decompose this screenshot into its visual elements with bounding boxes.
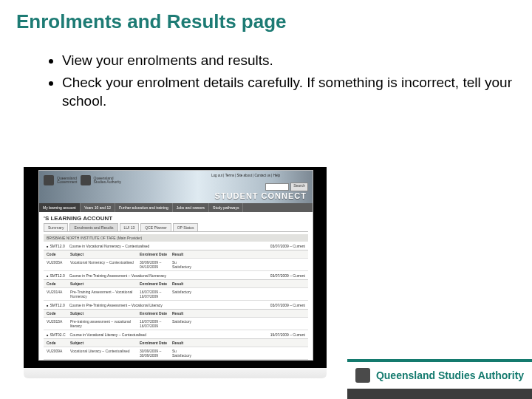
table-row: VU2005AVocational Numeracy – Contextuali… bbox=[44, 259, 308, 271]
bullet-item: View your enrolments and results. bbox=[62, 51, 532, 70]
footer-crest-icon bbox=[355, 368, 370, 383]
course-title: Course in Vocational Numeracy – Contextu… bbox=[69, 244, 150, 248]
table-cell: VU2015A bbox=[47, 319, 67, 328]
table-header-row: CodeSubjectEnrolment DateResult bbox=[44, 250, 308, 259]
search-input[interactable] bbox=[265, 183, 289, 191]
table-cell: Vocational Numeracy – Contextualised bbox=[70, 260, 137, 269]
primary-nav: My learning account Years 10 and 12 Furt… bbox=[39, 203, 313, 212]
course-dates: 03/07/2009 – Current bbox=[270, 273, 305, 278]
tab-lui[interactable]: LUI 13 bbox=[120, 223, 140, 231]
table-cell: 30/09/2009 – 04/10/2009 bbox=[140, 260, 169, 269]
table-cell: VU2014A bbox=[47, 290, 67, 299]
tab-summary[interactable]: Summary bbox=[44, 223, 68, 231]
nav-item-jobs[interactable]: Jobs and careers bbox=[173, 203, 209, 212]
table-header-cell: Subject bbox=[70, 311, 137, 316]
table-cell: Su Satisfactory bbox=[172, 260, 194, 269]
nav-item-further-ed[interactable]: Further education and training bbox=[115, 203, 173, 212]
page-title: 'S LEARNING ACCOUNT bbox=[39, 212, 313, 223]
table-row: VU2014APre-Training Assessment – Vocatio… bbox=[44, 288, 308, 301]
table-header-cell: Subject bbox=[70, 282, 137, 286]
course-row: SMT02.CCourse in Vocational Literacy – C… bbox=[44, 332, 308, 338]
enrolments-table: CodeSubjectEnrolment DateResultVU2015APr… bbox=[44, 309, 308, 330]
course-row: SMT12.0Course in Pre-Training Assessment… bbox=[44, 273, 308, 279]
course-title: Course in Pre-Training Assessment – Voca… bbox=[69, 273, 166, 278]
table-header-cell: Result bbox=[172, 341, 194, 345]
tab-enrolments-results[interactable]: Enrolments and Results bbox=[69, 223, 117, 231]
table-row: VU2015APre-training assessment – vocatio… bbox=[44, 318, 308, 330]
table-header-cell: Result bbox=[172, 252, 194, 256]
course-row: SMT12.0Course in Pre-Training Assessment… bbox=[44, 302, 308, 308]
course-dates: 03/07/2009 – Current bbox=[270, 244, 305, 248]
course-dates: 19/07/2009 – Current bbox=[270, 332, 305, 337]
sub-tabs: Summary Enrolments and Results LUI 13 QC… bbox=[44, 223, 308, 232]
header-top-links[interactable]: Log out | Terms | Site about | Contact u… bbox=[211, 174, 280, 177]
bullet-item: Check your enrolment details carefully. … bbox=[62, 73, 532, 111]
table-header-row: CodeSubjectEnrolment DateResult bbox=[44, 339, 308, 347]
crest-icon bbox=[44, 175, 54, 185]
embedded-screenshot: Queensland Government Queensland Studies… bbox=[38, 170, 313, 361]
provider-bar: BRISBANE NORTH INSTITUTE OF TAFE (Main P… bbox=[44, 234, 308, 242]
table-cell: Satisfactory bbox=[172, 319, 194, 328]
table-cell: Pre-Training Assessment – Vocational Num… bbox=[70, 290, 137, 299]
table-cell: Su Satisfactory bbox=[172, 349, 194, 358]
slide-title: Enrolments and Results page bbox=[0, 0, 532, 33]
footer-dark-bar bbox=[347, 389, 532, 399]
bullet-list: View your enrolments and results. Check … bbox=[33, 51, 532, 111]
table-row: VU2009AVocational Literacy – Contextuali… bbox=[44, 347, 308, 360]
table-cell: VU2005A bbox=[47, 260, 67, 269]
table-header-cell: Enrolment Date bbox=[140, 252, 169, 256]
footer-brand: Queensland Studies Authority bbox=[347, 359, 532, 389]
enrolments-table: CodeSubjectEnrolment DateResultVU2014APr… bbox=[44, 279, 308, 301]
enrolments-table: CodeSubjectEnrolment DateResultVU2005AVo… bbox=[44, 250, 308, 271]
course-dates: 03/07/2009 – Current bbox=[270, 303, 305, 307]
table-header-cell: Enrolment Date bbox=[140, 282, 169, 286]
table-header-cell: Code bbox=[47, 341, 67, 345]
course-title: Course in Pre-Training Assessment – Voca… bbox=[69, 303, 163, 307]
table-cell: Pre-training assessment – vocational lit… bbox=[70, 319, 137, 328]
course-code: SMT12.0 bbox=[47, 244, 65, 248]
qsa-crest-icon bbox=[81, 175, 91, 185]
table-cell: Vocational Literacy – Contextualised bbox=[70, 349, 137, 358]
course-code: SMT02.C bbox=[47, 332, 66, 337]
nav-item-pathways[interactable]: Study pathways bbox=[209, 203, 243, 212]
course-code: SMT12.0 bbox=[47, 273, 65, 278]
nav-item-my-learning-account[interactable]: My learning account bbox=[39, 203, 81, 212]
provider-name: BRISBANE NORTH INSTITUTE OF TAFE (Main P… bbox=[47, 236, 142, 240]
table-header-cell: Result bbox=[172, 282, 194, 286]
frame-shadow bbox=[24, 368, 327, 378]
table-header-row: CodeSubjectEnrolment DateResult bbox=[44, 310, 308, 318]
qsa-crest-text: Queensland Studies Authority bbox=[94, 177, 122, 185]
govt-crest: Queensland Government Queensland Studies… bbox=[44, 175, 121, 185]
table-header-cell: Subject bbox=[70, 341, 137, 345]
course-title: Course in Vocational Literacy – Contextu… bbox=[70, 332, 146, 337]
table-cell: 16/07/2009 – 16/07/2009 bbox=[140, 290, 169, 299]
table-header-cell: Code bbox=[47, 311, 67, 316]
search-button[interactable]: Search bbox=[290, 183, 308, 191]
course-row: SMT12.0Course in Vocational Numeracy – C… bbox=[44, 243, 308, 249]
table-cell: 16/07/2009 – 16/07/2009 bbox=[140, 319, 169, 328]
nav-item-years[interactable]: Years 10 and 12 bbox=[81, 203, 115, 212]
table-header-cell: Result bbox=[172, 311, 194, 316]
footer-brand-text: Queensland Studies Authority bbox=[376, 369, 524, 381]
tab-qce-planner[interactable]: QCE Planner bbox=[140, 223, 171, 231]
tab-op-status[interactable]: OP Status bbox=[173, 223, 199, 231]
table-header-cell: Code bbox=[47, 252, 67, 256]
crest-text: Queensland Government bbox=[57, 177, 78, 185]
table-header-cell: Code bbox=[47, 282, 67, 286]
app-title: STUDENT CONNECT bbox=[215, 191, 307, 200]
table-header-row: CodeSubjectEnrolment DateResult bbox=[44, 280, 308, 288]
app-header: Queensland Government Queensland Studies… bbox=[39, 171, 313, 203]
course-code: SMT12.0 bbox=[47, 303, 65, 307]
header-search: Search bbox=[265, 183, 308, 191]
screenshot-frame: Queensland Government Queensland Studies… bbox=[24, 167, 327, 368]
table-cell: Satisfactory bbox=[172, 290, 194, 299]
table-header-cell: Subject bbox=[70, 252, 137, 256]
enrolments-table: CodeSubjectEnrolment DateResultVU2009AVo… bbox=[44, 338, 308, 360]
table-cell: VU2009A bbox=[47, 349, 67, 358]
table-header-cell: Enrolment Date bbox=[140, 341, 169, 345]
table-cell: 30/09/2009 – 30/09/2009 bbox=[140, 349, 169, 358]
table-header-cell: Enrolment Date bbox=[140, 311, 169, 316]
